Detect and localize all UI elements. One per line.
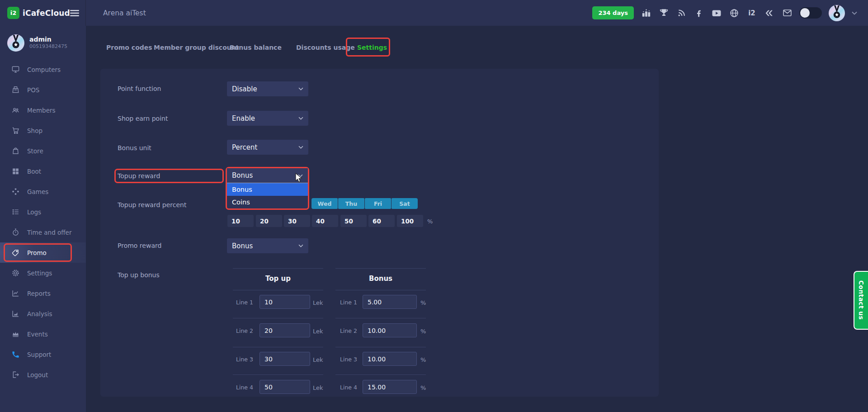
sidebar-item-boot[interactable]: Boot [0, 161, 86, 181]
sidebar-item-promo[interactable]: Promo [0, 242, 86, 263]
rss-icon[interactable] [676, 8, 687, 19]
sidebar-item-logout[interactable]: Logout [0, 365, 86, 385]
sidebar-item-support[interactable]: Support [0, 344, 86, 365]
boot-windows-icon [11, 167, 20, 175]
sidebar-item-reports[interactable]: Reports [0, 283, 86, 303]
sidebar-item-analysis[interactable]: Analysis [0, 303, 86, 324]
sidebar-item-events[interactable]: Events [0, 324, 86, 344]
sidebar-item-time-and-offer[interactable]: Time and offer [0, 222, 86, 242]
day-button-wed[interactable]: Wed [311, 198, 338, 209]
sidebar-item-members[interactable]: Members [0, 100, 86, 120]
day-button-sat[interactable]: Sat [392, 198, 418, 209]
store-bag-icon [11, 147, 20, 155]
theme-toggle[interactable] [799, 7, 822, 19]
shop-cart-icon [11, 126, 20, 135]
bonus-unit-label: Bonus unit [118, 144, 151, 152]
shop-earn-point-select[interactable]: Enable [227, 111, 308, 126]
chevron-down-icon [298, 174, 303, 177]
bonus-line-input-4[interactable] [363, 380, 417, 394]
point-function-value: Disable [232, 85, 257, 93]
topup-line-input-1[interactable] [259, 295, 310, 309]
contact-us-button[interactable]: Contact us [854, 271, 868, 330]
bonus-unit-select[interactable]: Percent [227, 140, 308, 155]
facebook-icon[interactable] [693, 8, 704, 19]
bonus-line-unit: % [420, 356, 426, 363]
tab-discounts-usage[interactable]: Discounts usage [296, 44, 355, 51]
mail-icon[interactable] [782, 8, 793, 19]
youtube-icon[interactable] [711, 8, 722, 19]
bonus-line-input-3[interactable] [363, 352, 417, 366]
sidebar-item-settings[interactable]: Settings [0, 263, 86, 283]
topbar: i2 iCafeCloud Arena aiTest 234 days i2 [0, 0, 868, 26]
promo-reward-select[interactable]: Bonus [227, 238, 308, 253]
topup-percent-input-1[interactable] [227, 215, 254, 227]
sidebar-item-games[interactable]: Games [0, 181, 86, 202]
logout-icon [11, 370, 20, 379]
topup-reward-percent-label: Topup reward percent [118, 201, 186, 209]
bonus-line-unit: % [420, 299, 426, 306]
sidebar-item-pos[interactable]: POS [0, 80, 86, 100]
topup-line-label: Line 3 [236, 356, 253, 363]
sidebar-item-label: Store [27, 147, 43, 155]
sidebar-item-logs[interactable]: Logs [0, 202, 86, 222]
topbar-avatar[interactable] [829, 5, 845, 21]
table-divider [233, 318, 323, 318]
pos-icon [11, 85, 20, 94]
option-coins[interactable]: Coins [227, 196, 308, 208]
table-divider [335, 268, 426, 269]
option-bonus[interactable]: Bonus [227, 183, 308, 196]
tags-icon[interactable] [764, 8, 775, 19]
topup-percent-input-7[interactable] [397, 215, 423, 227]
sidebar-item-label: Logout [27, 371, 48, 379]
point-function-select[interactable]: Disable [227, 81, 308, 96]
bonus-line-input-1[interactable] [363, 295, 417, 309]
sidebar-item-label: Boot [27, 168, 41, 175]
topup-line-input-3[interactable] [259, 352, 310, 366]
promo-reward-label: Promo reward [118, 242, 161, 250]
trophy-icon[interactable] [658, 8, 669, 19]
tab-member-group-discount[interactable]: Member group discount [154, 44, 239, 51]
topup-percent-input-2[interactable] [256, 215, 282, 227]
topup-line-input-2[interactable] [259, 323, 310, 337]
table-divider [233, 290, 323, 290]
table-divider [233, 347, 323, 347]
sidebar-item-shop[interactable]: Shop [0, 120, 86, 141]
computers-icon [11, 65, 20, 74]
bonus-line-input-2[interactable] [363, 323, 417, 337]
brand-logo-icon: i2 [7, 7, 19, 19]
hamburger-menu-icon[interactable] [70, 9, 79, 17]
topup-percent-input-4[interactable] [312, 215, 338, 227]
ranking-icon[interactable] [641, 8, 651, 19]
bonus-line-label: Line 2 [340, 327, 357, 334]
sidebar-item-computers[interactable]: Computers [0, 59, 86, 80]
subscription-days-badge[interactable]: 234 days [592, 6, 634, 19]
tab-promo-codes[interactable]: Promo codes [106, 44, 152, 51]
table-divider [233, 268, 323, 269]
topup-percent-input-6[interactable] [368, 215, 395, 227]
topup-line-input-4[interactable] [259, 380, 310, 394]
day-button-fri[interactable]: Fri [365, 198, 391, 209]
topup-line-unit: Lek [313, 356, 323, 363]
logs-icon [11, 208, 20, 216]
topup-reward-select[interactable]: Bonus [227, 168, 308, 183]
analysis-chart-icon [11, 309, 20, 318]
tab-bonus-balance[interactable]: Bonus balance [230, 44, 282, 51]
profile-chevron-down-icon[interactable] [852, 11, 857, 15]
sidebar-item-label: Members [27, 107, 56, 114]
globe-icon[interactable] [729, 8, 740, 19]
topup-reward-value: Bonus [232, 171, 253, 180]
topup-percent-input-5[interactable] [340, 215, 367, 227]
topup-percent-input-3[interactable] [284, 215, 310, 227]
day-button-thu[interactable]: Thu [338, 198, 364, 209]
tab-settings[interactable]: Settings [357, 44, 387, 51]
table-divider [335, 290, 426, 290]
table-divider [335, 347, 426, 347]
bonus-line-unit: % [420, 384, 426, 391]
bonus-line-unit: % [420, 328, 426, 335]
sidebar-item-store[interactable]: Store [0, 141, 86, 161]
bonus-line-label: Line 4 [340, 384, 357, 391]
admin-profile[interactable]: admin 005193482475 [0, 26, 86, 58]
table-divider [335, 318, 426, 318]
icafecloud-icon[interactable]: i2 [746, 8, 757, 19]
sidebar-item-label: Logs [27, 208, 41, 216]
